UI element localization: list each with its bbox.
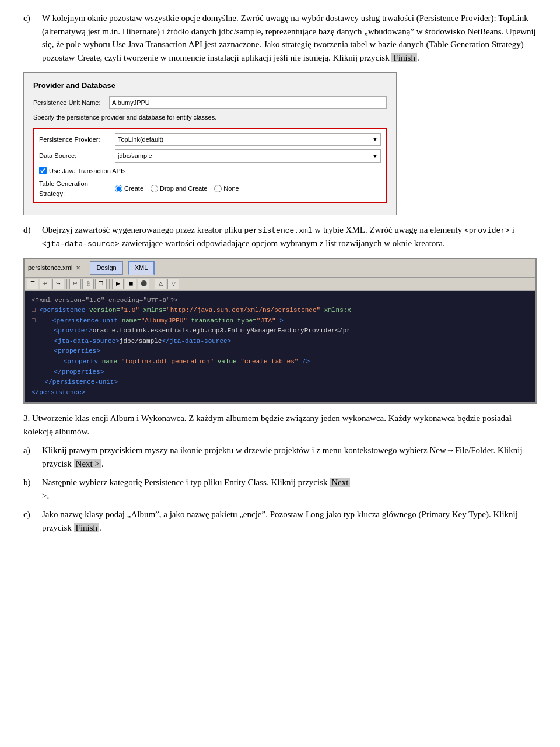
datasource-label: Data Source:	[39, 151, 115, 161]
radio-drop-create[interactable]: Drop and Create	[150, 184, 207, 194]
editor-titlebar: persistence.xml ✕ Design XML	[24, 259, 536, 278]
section-3a-period: .	[102, 459, 104, 468]
toolbar-btn-9[interactable]: ⚫	[138, 279, 149, 289]
finish-button-2: Finish	[74, 523, 100, 532]
section-d-text-1: Obejrzyj zawartość wygenerowanego przez …	[42, 225, 244, 234]
radio-drop-create-input[interactable]	[150, 185, 158, 192]
jta-tag: <jta-data-source>	[42, 240, 120, 248]
section-d-text-3: i	[510, 225, 514, 234]
next-button-1: Next >	[74, 459, 102, 468]
next-button-2: Next	[330, 478, 350, 487]
toolbar-btn-4[interactable]: ✂	[69, 279, 81, 289]
section-3c-item: c) Jako nazwę klasy podaj „Album”, a jak…	[23, 508, 537, 534]
section-d-content: Obejrzyj zawartość wygenerowanego przez …	[42, 223, 537, 250]
persistence-unit-input[interactable]: AlbumyJPPU	[109, 96, 387, 110]
section-3b-item: b) Następnie wybierz kategorię Persisten…	[23, 476, 537, 502]
section-3-heading: 3. Utworzenie klas encji Album i Wykonaw…	[23, 412, 537, 438]
section-3b-text: Następnie wybierz kategorię Persistence …	[42, 478, 350, 500]
section-3c-text: Jako nazwę klasy podaj „Album”, a jako n…	[42, 510, 518, 532]
toolbar-sep-2	[109, 279, 110, 289]
table-strategy-label: Table Generation Strategy:	[39, 179, 115, 198]
radio-none-input[interactable]	[214, 185, 222, 192]
tab-design[interactable]: Design	[90, 261, 123, 275]
jta-checkbox-label: Use Java Transaction APIs	[49, 166, 125, 176]
toolbar-btn-5[interactable]: ⎘	[82, 279, 94, 289]
section-3c-content: Jako nazwę klasy podaj „Album”, a jako n…	[42, 508, 537, 534]
datasource-dropdown[interactable]: jdbc/sample ▼	[115, 149, 381, 163]
dialog-red-section: Persistence Provider: TopLink(default) ▼…	[33, 128, 387, 204]
radio-options: Create Drop and Create None	[115, 184, 239, 194]
section-3b-content: Następnie wybierz kategorię Persistence …	[42, 476, 537, 502]
toolbar-btn-3[interactable]: ↪	[52, 279, 64, 289]
main-content: c) W kolejnym oknie pozostaw wszystkie o…	[23, 12, 537, 534]
persistence-unit-label: Persistence Unit Name:	[33, 98, 109, 108]
section-3b-label: b)	[23, 476, 42, 502]
section-3-number: 3. Utworzenie klas encji Album i Wykonaw…	[23, 413, 187, 423]
xml-line-6: <properties>	[32, 346, 528, 357]
editor-toolbar: ☰ ↩ ↪ ✂ ⎘ ❐ ▶ ◼ ⚫ △ ▽	[24, 278, 536, 291]
xml-line-1: <?xml version="1.0" encoding="UTF-8"?>	[32, 296, 528, 306]
section-3a-text: Kliknij prawym przyciskiem myszy na ikon…	[42, 446, 523, 468]
jta-checkbox[interactable]	[39, 167, 47, 174]
section-d-text-2: w trybie XML. Zwróć uwagę na elementy	[313, 225, 464, 234]
editor-filename: persistence.xml	[28, 263, 72, 273]
section-c-text: W kolejnym oknie pozostaw wszystkie opcj…	[42, 13, 536, 62]
persistence-unit-row: Persistence Unit Name: AlbumyJPPU	[33, 96, 387, 110]
section-3a-label: a)	[23, 444, 42, 470]
toolbar-btn-1[interactable]: ☰	[27, 279, 38, 289]
provider-dropdown[interactable]: TopLink(default) ▼	[115, 133, 381, 146]
xml-line-9: </persistence-unit>	[32, 377, 528, 388]
section-3a-content: Kliknij prawym przyciskiem myszy na ikon…	[42, 444, 537, 470]
provider-database-dialog: Provider and Database Persistence Unit N…	[23, 72, 397, 215]
table-strategy-row: Table Generation Strategy: Create Drop a…	[39, 179, 381, 198]
radio-create[interactable]: Create	[115, 184, 144, 194]
finish-button-label: Finish	[391, 53, 417, 62]
toolbar-btn-10[interactable]: △	[155, 279, 166, 289]
xml-line-10: </persistence>	[32, 388, 528, 398]
xml-line-2: □ <persistence version="1.0" xmlns="http…	[32, 306, 528, 316]
section-d-item: d) Obejrzyj zawartość wygenerowanego prz…	[23, 223, 537, 250]
toolbar-sep-1	[66, 279, 67, 289]
section-c-content: W kolejnym oknie pozostaw wszystkie opcj…	[42, 12, 537, 64]
dialog-title: Provider and Database	[33, 80, 387, 92]
xml-line-4: <provider>oracle.toplink.essentials.ejb.…	[32, 326, 528, 336]
xml-line-8: </properties>	[32, 367, 528, 378]
section-3a-item: a) Kliknij prawym przyciskiem myszy na i…	[23, 444, 537, 470]
toolbar-btn-7[interactable]: ▶	[112, 279, 124, 289]
radio-create-input[interactable]	[115, 185, 123, 192]
section-c-period: .	[417, 53, 419, 62]
xml-line-3: □ <persistence-unit name="AlbumyJPPU" tr…	[32, 316, 528, 327]
section-d-label: d)	[23, 223, 42, 250]
jta-checkbox-row: Use Java Transaction APIs	[39, 166, 381, 176]
provider-row: Persistence Provider: TopLink(default) ▼	[39, 133, 381, 146]
provider-tag: <provider>	[464, 226, 510, 235]
editor-content-area: <?xml version="1.0" encoding="UTF-8"?> □…	[24, 291, 536, 403]
datasource-row: Data Source: jdbc/sample ▼	[39, 149, 381, 163]
section-c-label: c)	[23, 12, 42, 64]
toolbar-btn-11[interactable]: ▽	[167, 279, 179, 289]
radio-none[interactable]: None	[214, 184, 239, 194]
toolbar-sep-3	[152, 279, 152, 289]
xml-editor-window: persistence.xml ✕ Design XML ☰ ↩ ↪ ✂ ⎘ ❐…	[23, 258, 537, 404]
editor-close-icon[interactable]: ✕	[76, 264, 80, 272]
section-3c-label: c)	[23, 508, 42, 534]
xml-line-7: <property name="toplink.ddl-generation" …	[32, 357, 528, 367]
toolbar-btn-2[interactable]: ↩	[40, 279, 51, 289]
section-d-text-4: zawierające wartości odpowiadające opcjo…	[120, 239, 445, 248]
dialog-subtitle: Specify the persistence provider and dat…	[33, 113, 387, 122]
xml-line-5: <jta-data-source>jdbc/sample</jta-data-s…	[32, 336, 528, 347]
provider-label: Persistence Provider:	[39, 135, 115, 145]
tab-xml[interactable]: XML	[128, 261, 155, 275]
persistence-xml-filename: persistence.xml	[244, 226, 313, 235]
dropdown-arrow-datasource: ▼	[372, 152, 378, 160]
toolbar-btn-6[interactable]: ❐	[95, 279, 107, 289]
section-c-item: c) W kolejnym oknie pozostaw wszystkie o…	[23, 12, 537, 64]
dropdown-arrow-provider: ▼	[372, 135, 378, 143]
toolbar-btn-8[interactable]: ◼	[125, 279, 136, 289]
